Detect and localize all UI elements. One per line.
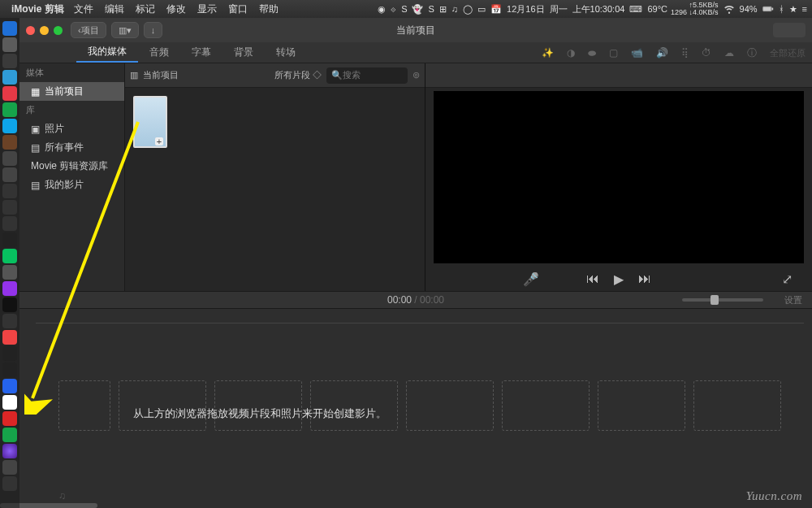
play-button[interactable]: ▶	[614, 271, 624, 287]
video-preview[interactable]	[434, 91, 804, 263]
timeline-ruler[interactable]	[36, 309, 804, 323]
wifi-icon[interactable]	[723, 3, 735, 15]
dock-app-icon[interactable]	[2, 346, 17, 361]
dock-app-icon[interactable]	[2, 363, 17, 377]
status-icon[interactable]: S	[428, 4, 434, 14]
menu-file[interactable]: 文件	[74, 2, 93, 16]
audio-track-icon[interactable]: ♫	[58, 490, 66, 501]
sidebar-item-current-project[interactable]: ▦ 当前项目	[19, 82, 124, 101]
back-to-projects-button[interactable]: ‹ 项目	[71, 22, 106, 38]
volume-icon[interactable]: 🔊	[656, 47, 668, 59]
status-icon[interactable]: ◉	[378, 4, 386, 15]
dock-app-icon[interactable]	[2, 119, 17, 133]
star-icon[interactable]: ★	[789, 4, 797, 15]
dock-app-icon[interactable]	[2, 265, 17, 280]
sidebar-item-all-events[interactable]: ▤ 所有事件	[19, 138, 124, 157]
list-view-icon[interactable]: ▥	[130, 70, 138, 80]
menu-window[interactable]: 窗口	[228, 2, 248, 16]
timeline[interactable]: 从上方的浏览器拖放视频片段和照片来开始创建影片。 ♫	[19, 309, 812, 508]
tab-audio[interactable]: 音频	[138, 42, 180, 63]
dock-app-icon[interactable]	[2, 102, 17, 117]
dock-app-icon[interactable]	[2, 395, 17, 410]
prev-button[interactable]: ⏮	[586, 271, 599, 286]
timeline-slot[interactable]	[406, 380, 494, 431]
keyboard-icon[interactable]: ⌨	[629, 4, 642, 15]
display-icon[interactable]: ▭	[477, 4, 486, 15]
next-button[interactable]: ⏭	[638, 271, 651, 286]
stabilize-icon[interactable]: 📹	[631, 47, 643, 59]
menu-edit[interactable]: 编辑	[105, 2, 124, 16]
sync-icon[interactable]: ◯	[463, 4, 473, 15]
voiceover-mic-icon[interactable]: 🎤	[523, 271, 539, 287]
magic-wand-icon[interactable]: ✨	[542, 47, 554, 59]
menu-view[interactable]: 显示	[197, 2, 217, 16]
sidebar-item-my-movies[interactable]: ▤ 我的影片	[19, 176, 124, 194]
info-icon[interactable]: ⓘ	[747, 46, 757, 60]
dock-finder-icon[interactable]	[2, 21, 17, 36]
menu-icon[interactable]: ≡	[802, 4, 807, 14]
equalizer-icon[interactable]: ⢿	[681, 47, 689, 59]
zoom-slider[interactable]	[682, 298, 763, 302]
dock-app-icon[interactable]	[2, 86, 17, 101]
import-button[interactable]: ↓	[144, 22, 163, 38]
app-name[interactable]: iMovie 剪辑	[11, 2, 64, 16]
crop-icon[interactable]: ▢	[609, 47, 618, 59]
timeline-slot[interactable]	[58, 380, 110, 431]
dock-app-icon[interactable]	[2, 411, 17, 426]
menubar-date[interactable]: 12月16日	[507, 3, 544, 15]
dock-app-icon[interactable]	[2, 216, 17, 231]
reset-all-button[interactable]: 全部还原	[770, 47, 806, 59]
calendar-icon[interactable]: 📅	[490, 4, 502, 15]
sidebar-item-imovie-library[interactable]: Movie 剪辑资源库	[19, 157, 124, 176]
dock-app-icon[interactable]	[2, 167, 17, 182]
music-icon[interactable]: ♫	[451, 4, 458, 14]
status-icon[interactable]: ⊞	[439, 4, 447, 15]
bluetooth-icon[interactable]: ᚼ	[779, 4, 784, 14]
filter-icon[interactable]: ⊚	[412, 70, 420, 80]
timeline-slot[interactable]	[310, 380, 398, 431]
timeline-slot[interactable]	[693, 380, 781, 431]
dock-app-icon[interactable]	[2, 460, 17, 475]
dock-app-icon[interactable]	[2, 200, 17, 215]
tab-my-media[interactable]: 我的媒体	[76, 42, 138, 63]
dock-app-icon[interactable]	[2, 428, 17, 442]
filter-icon[interactable]: ☁	[724, 47, 734, 59]
tab-transitions[interactable]: 转场	[265, 42, 307, 63]
dock-app-icon[interactable]	[2, 297, 17, 312]
dock-app-icon[interactable]	[2, 151, 17, 166]
dock-app-icon[interactable]	[2, 135, 17, 150]
dock-app-icon[interactable]	[2, 37, 17, 52]
timeline-slot[interactable]	[502, 380, 590, 431]
dock-wechat-icon[interactable]	[2, 249, 17, 263]
timeline-slot[interactable]	[214, 380, 302, 431]
dock-app-icon[interactable]	[2, 184, 17, 198]
speed-icon[interactable]: ⏱	[702, 47, 711, 59]
close-button[interactable]	[26, 26, 35, 35]
tab-backgrounds[interactable]: 背景	[222, 42, 265, 63]
status-icon[interactable]: ⟐	[391, 4, 396, 14]
timeline-slot[interactable]	[598, 380, 685, 431]
dock-app-icon[interactable]	[2, 330, 17, 345]
dock-app-icon[interactable]	[2, 379, 17, 393]
dock-app-icon[interactable]	[2, 281, 17, 296]
tab-titles[interactable]: 字幕	[180, 42, 222, 63]
battery-icon[interactable]	[762, 3, 774, 15]
share-button[interactable]	[773, 23, 806, 37]
color-correction-icon[interactable]: ⬬	[588, 47, 596, 59]
status-icon[interactable]: S	[401, 4, 407, 14]
color-balance-icon[interactable]: ◑	[567, 47, 575, 59]
dock-app-icon[interactable]	[2, 70, 17, 85]
minimize-button[interactable]	[40, 26, 49, 35]
timeline-slot[interactable]	[119, 380, 206, 431]
timeline-settings-button[interactable]: 设置	[784, 294, 802, 306]
maximize-button[interactable]	[54, 26, 63, 35]
dock-app-icon[interactable]	[2, 232, 17, 247]
media-clip-thumbnail[interactable]	[133, 96, 167, 148]
menu-help[interactable]: 帮助	[259, 2, 279, 16]
clip-filter-dropdown[interactable]: 所有片段 ◇	[274, 69, 322, 81]
browser-body[interactable]	[125, 88, 425, 291]
dock-trash-icon[interactable]	[2, 476, 17, 491]
fullscreen-icon[interactable]: ⤢	[782, 271, 793, 287]
dock-app-icon[interactable]	[2, 314, 17, 328]
view-layout-button[interactable]: ▥▾	[111, 22, 139, 38]
